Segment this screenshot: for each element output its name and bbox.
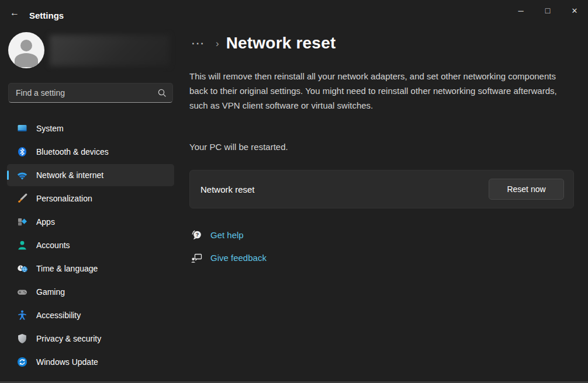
sidebar-item-label: Accessibility [36, 311, 81, 320]
page-title: Network reset [226, 34, 336, 53]
time-language-icon [16, 263, 28, 274]
personalization-brush-icon [16, 193, 28, 204]
network-reset-label: Network reset [200, 184, 489, 194]
app-title: Settings [29, 11, 64, 20]
bluetooth-icon [16, 146, 28, 158]
window-controls: ─ □ ✕ [507, 0, 588, 21]
reset-now-button[interactable]: Reset now [489, 179, 564, 200]
sidebar-item-personalization[interactable]: Personalization [7, 187, 174, 210]
description-text: This will remove then reinstall all your… [189, 69, 568, 113]
sidebar-item-label: Gaming [36, 287, 65, 297]
titlebar: ← Settings ─ □ ✕ [0, 0, 588, 26]
user-name-redacted [50, 35, 170, 66]
main-content: ··· › Network reset This will remove the… [181, 26, 588, 381]
give-feedback-icon [191, 252, 203, 264]
sidebar: System Bluetooth & devices Network & int… [0, 26, 181, 381]
sidebar-item-privacy-security[interactable]: Privacy & security [7, 327, 174, 350]
sidebar-item-label: Bluetooth & devices [36, 147, 109, 156]
sidebar-item-windows-update[interactable]: Windows Update [7, 350, 174, 374]
avatar-torso [15, 53, 38, 67]
sidebar-item-accounts[interactable]: Accounts [7, 234, 174, 257]
get-help-link[interactable]: ? Get help [191, 229, 244, 241]
search-input[interactable] [16, 88, 157, 98]
network-wifi-icon [16, 169, 28, 181]
avatar-head [20, 40, 32, 51]
get-help-icon: ? [191, 229, 203, 241]
sidebar-item-network-internet[interactable]: Network & internet [7, 164, 174, 186]
give-feedback-link[interactable]: Give feedback [191, 252, 267, 264]
sidebar-item-time-language[interactable]: Time & language [7, 257, 174, 280]
page-header: ··· › Network reset [189, 34, 335, 53]
search-box[interactable] [8, 83, 173, 103]
sidebar-item-label: Apps [36, 217, 55, 227]
maximize-button[interactable]: □ [534, 0, 561, 21]
sidebar-item-label: Accounts [36, 241, 70, 250]
sidebar-item-label: Time & language [36, 264, 98, 273]
sidebar-item-label: Personalization [36, 194, 92, 203]
sidebar-item-bluetooth-devices[interactable]: Bluetooth & devices [7, 140, 174, 163]
accessibility-person-icon [16, 309, 28, 321]
minimize-button[interactable]: ─ [507, 0, 534, 21]
close-button[interactable]: ✕ [561, 0, 588, 21]
sidebar-item-gaming[interactable]: Gaming [7, 280, 174, 304]
windows-update-icon [16, 356, 28, 368]
sidebar-item-label: Windows Update [36, 357, 98, 367]
system-icon [16, 123, 28, 134]
sidebar-item-accessibility[interactable]: Accessibility [7, 304, 174, 327]
svg-text:?: ? [196, 232, 199, 238]
accounts-person-icon [16, 239, 28, 251]
sidebar-item-apps[interactable]: Apps [7, 210, 174, 234]
gaming-gamepad-icon [16, 286, 28, 298]
avatar[interactable] [8, 32, 44, 68]
sidebar-item-label: Privacy & security [36, 334, 101, 343]
give-feedback-label: Give feedback [210, 253, 267, 263]
sidebar-item-system[interactable]: System [7, 117, 174, 140]
maximize-icon: □ [545, 6, 550, 15]
apps-icon [16, 216, 28, 228]
settings-window: ← Settings ─ □ ✕ [0, 0, 588, 383]
get-help-label: Get help [210, 230, 244, 240]
restart-note: Your PC will be restarted. [189, 142, 288, 152]
back-button[interactable]: ← [6, 5, 23, 21]
minimize-icon: ─ [518, 6, 523, 15]
search-icon [157, 88, 167, 98]
back-arrow-icon: ← [10, 8, 19, 18]
breadcrumb-overflow-button[interactable]: ··· [189, 39, 207, 48]
sidebar-item-label: System [36, 124, 64, 133]
close-icon: ✕ [572, 6, 578, 15]
sidebar-nav: System Bluetooth & devices Network & int… [7, 117, 174, 374]
sidebar-item-label: Network & internet [36, 170, 103, 180]
network-reset-card: Network reset Reset now [189, 170, 574, 208]
breadcrumb-chevron-icon: › [216, 39, 219, 48]
privacy-shield-icon [16, 333, 28, 344]
